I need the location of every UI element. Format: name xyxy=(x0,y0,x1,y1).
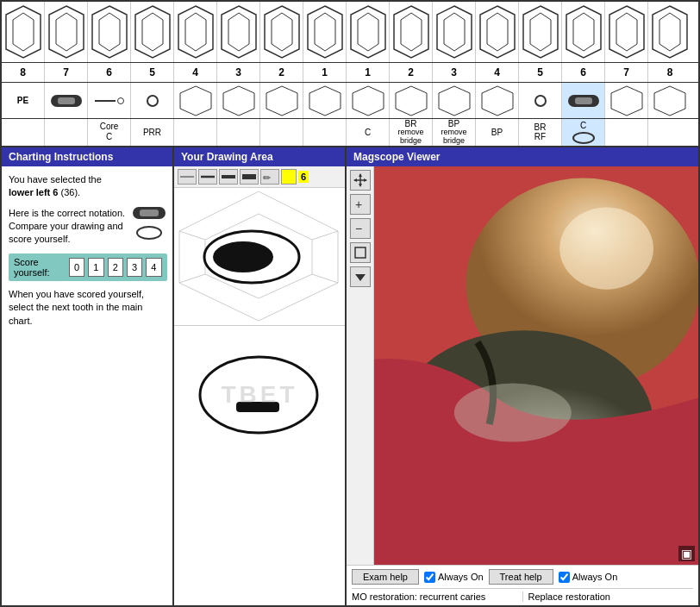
treat-7L[interactable] xyxy=(45,83,88,118)
tooth-cell-4R[interactable] xyxy=(476,2,519,62)
tooth-cell-8R[interactable] xyxy=(648,2,691,62)
svg-marker-22 xyxy=(480,6,515,58)
score-label: Score yourself: xyxy=(14,257,66,278)
treat-info-label: Replace restoration xyxy=(528,591,610,602)
label-7R xyxy=(605,119,648,146)
treat-6R[interactable] xyxy=(562,83,605,118)
treat-4R[interactable] xyxy=(476,83,519,118)
score-btn-1[interactable]: 1 xyxy=(88,258,103,277)
tool-line-bold[interactable] xyxy=(240,169,259,185)
tooth-cell-5R[interactable] xyxy=(519,2,562,62)
tooth-cell-8L[interactable] xyxy=(2,2,45,62)
score-btn-3[interactable]: 3 xyxy=(127,258,142,277)
dental-chart: 8 7 6 5 4 3 2 1 1 2 3 4 5 6 7 8 PE xyxy=(2,2,698,147)
treat-help-btn[interactable]: Treat help xyxy=(489,569,553,585)
svg-point-71 xyxy=(454,383,572,441)
treat-5L[interactable] xyxy=(131,83,174,118)
tooth-cell-5L[interactable] xyxy=(131,2,174,62)
label-5R: BR RF xyxy=(519,119,562,146)
svg-marker-40 xyxy=(611,86,642,116)
tooth-cell-4L[interactable] xyxy=(174,2,217,62)
treat-8R[interactable] xyxy=(648,83,691,118)
drawing-toolbar: ✏ 6 xyxy=(174,166,345,188)
fit-btn[interactable] xyxy=(350,242,371,263)
tooth-cell-6R[interactable] xyxy=(562,2,605,62)
treat-always-on-label: Always On xyxy=(572,572,618,582)
tooth-cell-3R[interactable] xyxy=(433,2,476,62)
zoom-out-btn[interactable]: − xyxy=(350,218,371,239)
tooth-cell-1R[interactable] xyxy=(347,2,390,62)
tooth-cell-1L[interactable] xyxy=(303,2,347,62)
drawing-lower[interactable]: TBET xyxy=(174,326,345,464)
svg-marker-25 xyxy=(530,13,551,51)
svg-marker-11 xyxy=(228,13,249,51)
score-btn-4[interactable]: 4 xyxy=(146,258,161,277)
c-label-1R: C xyxy=(365,128,371,137)
treat-2L[interactable] xyxy=(260,83,303,118)
color-picker[interactable] xyxy=(281,169,297,185)
svg-rect-56 xyxy=(236,402,279,412)
num-5L: 5 xyxy=(131,63,174,82)
svg-marker-0 xyxy=(6,6,41,58)
next-tooth-text: When you have scored yourself, select th… xyxy=(9,288,166,328)
num-5R: 5 xyxy=(519,63,562,82)
label-2L xyxy=(260,119,303,146)
move-btn[interactable] xyxy=(350,170,371,191)
drawing-upper[interactable] xyxy=(174,188,345,326)
treat-7R[interactable] xyxy=(605,83,648,118)
num-6R: 6 xyxy=(562,63,605,82)
magscope-content: + − xyxy=(347,166,698,565)
svg-marker-28 xyxy=(609,6,644,58)
tooth-number-row: 8 7 6 5 4 3 2 1 1 2 3 4 5 6 7 8 xyxy=(2,63,698,83)
num-7L: 7 xyxy=(45,63,88,82)
drawing-canvas[interactable]: TBET xyxy=(174,188,345,605)
score-btn-0[interactable]: 0 xyxy=(69,258,84,277)
tooth-cell-7L[interactable] xyxy=(45,2,88,62)
correct-notation-text: Here is the correct notation. Compare yo… xyxy=(9,208,125,245)
svg-marker-41 xyxy=(654,86,685,116)
score-btn-2[interactable]: 2 xyxy=(108,258,123,277)
svg-marker-4 xyxy=(92,6,127,58)
help-info: MO restoration: recurrent caries Replace… xyxy=(352,588,693,602)
bottom-area: Charting Instructions You have selected … xyxy=(2,147,698,605)
notation-icons xyxy=(133,207,166,240)
tooth-cell-2L[interactable] xyxy=(260,2,303,62)
label-7L xyxy=(45,119,88,146)
tooth-cell-7R[interactable] xyxy=(605,2,648,62)
magscope-header-label: Magscope Viewer xyxy=(353,151,441,163)
charting-panel: Charting Instructions You have selected … xyxy=(2,147,174,605)
treat-3R[interactable] xyxy=(433,83,476,118)
exam-help-btn[interactable]: Exam help xyxy=(352,569,419,585)
treat-1L[interactable] xyxy=(303,83,347,118)
treat-1R[interactable] xyxy=(347,83,390,118)
svg-marker-12 xyxy=(265,6,299,58)
treat-2R[interactable] xyxy=(390,83,433,118)
treat-8L[interactable]: PE xyxy=(2,83,45,118)
exam-always-on-checkbox[interactable] xyxy=(424,572,435,583)
svg-marker-7 xyxy=(142,13,163,51)
rf-label: RF xyxy=(534,132,546,141)
tool-line-medium[interactable] xyxy=(198,169,217,185)
tooth-cell-6L[interactable] xyxy=(88,2,131,62)
tooth-cell-2R[interactable] xyxy=(390,2,433,62)
treat-5R[interactable] xyxy=(519,83,562,118)
score-section: Score yourself: 0 1 2 3 4 xyxy=(9,253,166,281)
tooth-cell-3L[interactable] xyxy=(217,2,260,62)
treat-always-on-checkbox[interactable] xyxy=(559,572,570,583)
svg-marker-5 xyxy=(99,13,120,51)
treat-always-on: Always On xyxy=(559,572,618,583)
svg-marker-32 xyxy=(180,86,211,116)
num-4R: 4 xyxy=(476,63,519,82)
down-btn[interactable] xyxy=(350,266,371,287)
zoom-in-btn[interactable]: + xyxy=(350,194,371,215)
color-number: 6 xyxy=(298,171,309,183)
treat-4L[interactable] xyxy=(174,83,217,118)
tool-line-thick[interactable] xyxy=(219,169,238,185)
svg-text:−: − xyxy=(355,222,362,235)
tool-line-thin[interactable] xyxy=(178,169,197,185)
treat-3L[interactable] xyxy=(217,83,260,118)
remove-bridge-2: removebridge xyxy=(441,128,466,146)
treat-6L[interactable] xyxy=(88,83,131,118)
tool-eraser[interactable]: ✏ xyxy=(260,169,279,185)
svg-marker-13 xyxy=(272,13,292,51)
